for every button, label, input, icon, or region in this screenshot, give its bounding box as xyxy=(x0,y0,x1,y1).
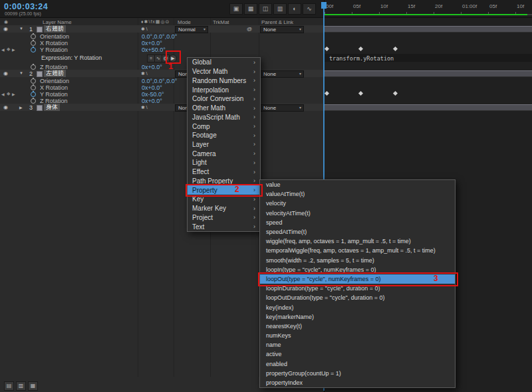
layer-duration-bar[interactable] xyxy=(324,26,532,33)
expression-code[interactable]: transform.yRotation xyxy=(329,55,394,62)
add-keyframe-icon[interactable]: ◆ xyxy=(7,91,10,96)
submenu-item[interactable]: speed xyxy=(260,218,455,227)
expand-transfer-controls-icon[interactable]: ▥ xyxy=(16,381,26,391)
keyframe-diamond[interactable] xyxy=(393,47,398,51)
submenu-item[interactable]: loopOutDuration(type = "cycle", duration… xyxy=(260,293,455,302)
expression-row[interactable]: Expression: Y Rotation = ∿ @ ▶ transform… xyxy=(0,52,532,63)
submenu-item[interactable]: valueAtTime(t) xyxy=(260,189,455,199)
layer-duration-bar[interactable] xyxy=(324,70,532,77)
submenu-item[interactable]: speedAtTime(t) xyxy=(260,227,455,237)
submenu-item[interactable]: name xyxy=(260,340,455,349)
layer-name[interactable]: 左翅膀 xyxy=(44,70,66,77)
stopwatch-active-icon[interactable] xyxy=(31,92,36,97)
menu-item[interactable]: Effect › xyxy=(188,167,260,177)
expand-layer-switches-icon[interactable]: ▤ xyxy=(4,381,14,391)
submenu-item[interactable]: numKeys xyxy=(260,331,455,340)
menu-item[interactable]: Footage › xyxy=(188,131,260,140)
menu-item[interactable]: JavaScript Math › xyxy=(188,112,260,122)
menu-item[interactable]: Interpolation › xyxy=(188,85,260,94)
property-row[interactable]: X Rotation 0x+0.0° xyxy=(0,84,532,90)
layer-switches-icons[interactable]: ✱\ xyxy=(141,71,149,76)
keyframe-diamond[interactable] xyxy=(325,91,329,96)
submenu-item[interactable]: active xyxy=(260,349,455,359)
property-row[interactable]: Orientation 0.0°,0.0°,0.0° xyxy=(0,77,532,84)
next-keyframe-icon[interactable]: ▶ xyxy=(12,47,15,52)
stopwatch-icon[interactable] xyxy=(31,85,36,90)
property-row[interactable]: Z Rotation 0x+0.0° xyxy=(0,97,532,104)
layer-switches-icons[interactable]: ✱\ xyxy=(141,27,149,32)
keyframe-diamond[interactable] xyxy=(325,47,329,51)
keyframe-diamond[interactable] xyxy=(393,91,398,96)
visibility-eye-icon[interactable]: ◉ xyxy=(3,104,8,110)
property-row-y-rotation[interactable]: ◀ ◆ ▶ Y Rotation 0x+50.0° xyxy=(0,46,532,52)
stopwatch-icon[interactable] xyxy=(31,64,36,70)
expand-inout-panes-icon[interactable]: ▦ xyxy=(28,381,38,391)
layer-duration-bar[interactable] xyxy=(324,104,532,111)
hide-shy-layers-icon[interactable]: ◫ xyxy=(259,3,272,15)
submenu-item[interactable]: propertyIndex xyxy=(260,378,455,387)
next-keyframe-icon[interactable]: ▶ xyxy=(12,92,15,96)
prev-keyframe-icon[interactable]: ◀ xyxy=(1,92,5,96)
stopwatch-icon[interactable] xyxy=(31,41,36,46)
stopwatch-icon[interactable] xyxy=(31,98,36,104)
property-row[interactable]: Z Rotation 0x+0.0° xyxy=(0,63,532,70)
stopwatch-icon[interactable] xyxy=(31,34,36,39)
submenu-item[interactable]: key(index) xyxy=(260,302,455,312)
menu-item[interactable]: Comp › xyxy=(188,122,260,131)
submenu-item[interactable]: enabled xyxy=(260,359,455,369)
visibility-eye-icon[interactable]: ◉ xyxy=(3,26,8,32)
property-row[interactable]: Orientation 0.0°,0.0°,0.0° xyxy=(0,33,532,39)
menu-item[interactable]: Marker Key › xyxy=(188,204,260,213)
layer-switches-icons[interactable]: ✱\ xyxy=(141,105,149,110)
property-row-y-rotation[interactable]: ◀ ◆ ▶ Y Rotation 0x-50.0° xyxy=(0,90,532,97)
menu-item[interactable]: Vector Math › xyxy=(188,67,260,76)
menu-item[interactable]: Other Math › xyxy=(188,104,260,113)
submenu-item[interactable]: key(markerName) xyxy=(260,312,455,322)
parent-link-dropdown[interactable]: None▾ xyxy=(260,104,304,112)
motion-blur-icon[interactable]: ◐ xyxy=(288,3,301,15)
current-timecode[interactable]: 0:00:03:24 xyxy=(4,2,48,11)
add-keyframe-icon[interactable]: ◆ xyxy=(7,47,10,52)
twirl-closed-icon[interactable]: ▶ xyxy=(19,105,23,110)
layer-row[interactable]: ◉ ▼ 2 左翅膀 ✱\ Normal▾ @ None▾ xyxy=(0,70,532,77)
visibility-eye-icon[interactable]: ◉ xyxy=(3,70,8,76)
frame-blending-icon[interactable]: ▥ xyxy=(273,3,287,15)
comp-mini-flowchart-icon[interactable]: ▣ xyxy=(229,3,243,15)
submenu-item[interactable]: velocityAtTime(t) xyxy=(260,209,455,218)
menu-item[interactable]: Camera › xyxy=(188,149,260,158)
menu-item[interactable]: Project › xyxy=(188,213,260,222)
draft-3d-icon[interactable]: ▦ xyxy=(244,3,257,15)
mode-header[interactable]: Mode xyxy=(178,19,191,25)
prev-keyframe-icon[interactable]: ◀ xyxy=(1,47,5,52)
submenu-item[interactable]: wiggle(freq, amp, octaves = 1, amp_mult … xyxy=(260,237,455,246)
expression-field[interactable]: transform.yRotation xyxy=(324,54,532,62)
keyframe-diamond[interactable] xyxy=(358,91,363,96)
layer-row[interactable]: ◉ ▼ 1 右翅膀 ✱\ Normal▾ @ None▾ xyxy=(0,25,532,33)
stopwatch-active-icon[interactable] xyxy=(31,47,36,52)
trkmat-header[interactable]: TrkMat xyxy=(213,19,229,25)
submenu-item[interactable]: temporalWiggle(freq, amp, octaves = 1, a… xyxy=(260,246,455,255)
menu-item[interactable]: Layer › xyxy=(188,140,260,149)
keyframe-diamond[interactable] xyxy=(358,47,363,51)
submenu-item[interactable]: propertyGroup(countUp = 1) xyxy=(260,369,455,378)
menu-item[interactable]: Color Conversion › xyxy=(188,94,260,104)
layer-row[interactable]: ◉ ▶ 3 身体 ✱\ Normal▾ @ None▾ xyxy=(0,104,532,111)
layer-name[interactable]: 右翅膀 xyxy=(44,25,66,33)
submenu-item[interactable]: velocity xyxy=(260,199,455,208)
layer-name[interactable]: 身体 xyxy=(44,104,60,111)
twirl-open-icon[interactable]: ▼ xyxy=(19,27,23,31)
menu-item[interactable]: Global › xyxy=(188,58,260,67)
time-ruler[interactable]: 00f05f10f15f20f01:00f05f10f15f20f xyxy=(324,2,532,15)
layer-name-header[interactable]: Layer Name xyxy=(43,19,72,25)
parent-link-header[interactable]: Parent & Link xyxy=(261,19,293,25)
stopwatch-icon[interactable] xyxy=(31,78,36,84)
submenu-item[interactable]: value xyxy=(260,180,455,189)
parent-pickwhip-icon[interactable]: @ xyxy=(247,26,252,32)
menu-item[interactable]: Text › xyxy=(188,222,260,231)
menu-item[interactable]: Random Numbers › xyxy=(188,76,260,85)
graph-editor-icon[interactable]: ∿ xyxy=(303,3,316,15)
menu-item[interactable]: Light › xyxy=(188,158,260,167)
submenu-item[interactable]: smooth(width = .2, samples = 5, t = time… xyxy=(260,256,455,265)
twirl-open-icon[interactable]: ▼ xyxy=(19,71,23,75)
submenu-item[interactable]: nearestKey(t) xyxy=(260,322,455,331)
